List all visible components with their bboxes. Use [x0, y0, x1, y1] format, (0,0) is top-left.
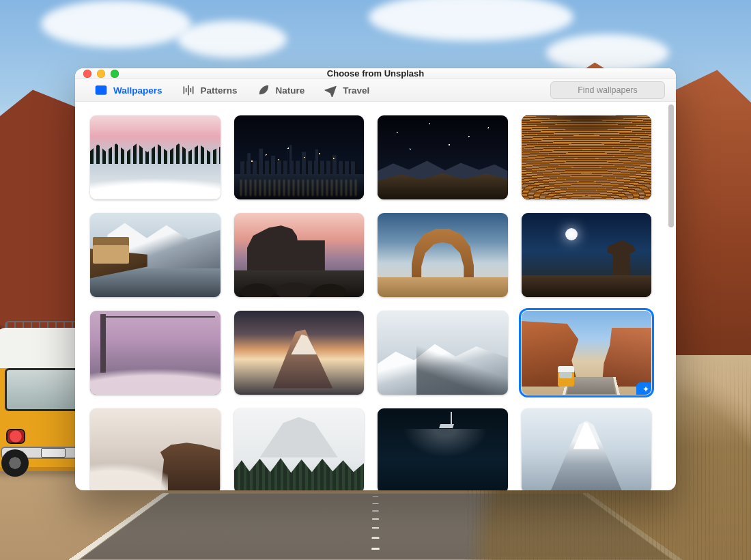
thumbnail-scroll-area[interactable]: ✦ — [75, 102, 666, 490]
close-button[interactable] — [83, 70, 91, 78]
tab-patterns[interactable]: Patterns — [173, 79, 246, 101]
thumb-desert-arch[interactable] — [378, 213, 508, 297]
svg-rect-1 — [98, 92, 104, 93]
search-input[interactable]: Find wallpapers — [550, 81, 665, 99]
minimize-button[interactable] — [97, 70, 105, 78]
thumb-fog-over-pine-forest[interactable] — [90, 115, 221, 199]
thumb-mountain-peak-sunset[interactable] — [234, 311, 365, 395]
search-placeholder: Find wallpapers — [578, 85, 638, 95]
leaf-icon — [257, 83, 270, 97]
titlebar[interactable]: Choose from Unsplash — [75, 68, 676, 79]
toolbar: Wallpapers Patterns Nature Travel — [75, 79, 676, 102]
wallpaper-icon — [94, 83, 108, 97]
desktop-background: Choose from Unsplash Wallpapers Patterns… — [0, 0, 751, 560]
patterns-icon — [182, 83, 195, 97]
thumb-mesa-in-mist[interactable] — [90, 408, 221, 490]
tab-label: Patterns — [201, 85, 238, 96]
thumb-snow-capped-volcano[interactable] — [522, 408, 652, 490]
plane-icon — [324, 83, 337, 97]
tab-travel[interactable]: Travel — [315, 79, 378, 101]
thumb-sailboat-dark-sea[interactable] — [378, 408, 508, 490]
tab-wallpapers[interactable]: Wallpapers — [86, 79, 171, 101]
thumb-van-on-desert-road[interactable]: ✦ — [522, 311, 652, 395]
thumb-alpine-lake-boathouse[interactable] — [90, 213, 221, 297]
thumbnail-grid: ✦ — [90, 115, 651, 490]
thumb-bridge-in-fog[interactable] — [90, 311, 221, 395]
zoom-button[interactable] — [111, 70, 119, 78]
thumb-sea-arch-sunset[interactable] — [234, 213, 365, 297]
window-controls — [83, 70, 119, 78]
tab-nature[interactable]: Nature — [249, 79, 313, 101]
thumb-moonlit-butte[interactable] — [522, 213, 652, 297]
tab-label: Wallpapers — [113, 85, 162, 96]
tab-label: Travel — [343, 85, 369, 96]
vertical-scrollbar[interactable] — [666, 102, 676, 490]
selected-check-icon: ✦ — [642, 384, 649, 394]
thumb-starry-desert-mountains[interactable] — [378, 115, 508, 199]
thumb-city-skyline-night[interactable] — [234, 115, 365, 199]
svg-rect-0 — [96, 86, 107, 94]
thumb-snowy-ridgeline[interactable] — [378, 311, 508, 395]
scrollbar-thumb[interactable] — [668, 104, 674, 227]
window-title: Choose from Unsplash — [327, 68, 424, 79]
wallpaper-picker-window: Choose from Unsplash Wallpapers Patterns… — [75, 68, 676, 490]
thumb-forest-below-mountain[interactable] — [234, 408, 365, 490]
tab-label: Nature — [276, 85, 305, 96]
thumb-sandstone-wave[interactable] — [522, 115, 652, 199]
